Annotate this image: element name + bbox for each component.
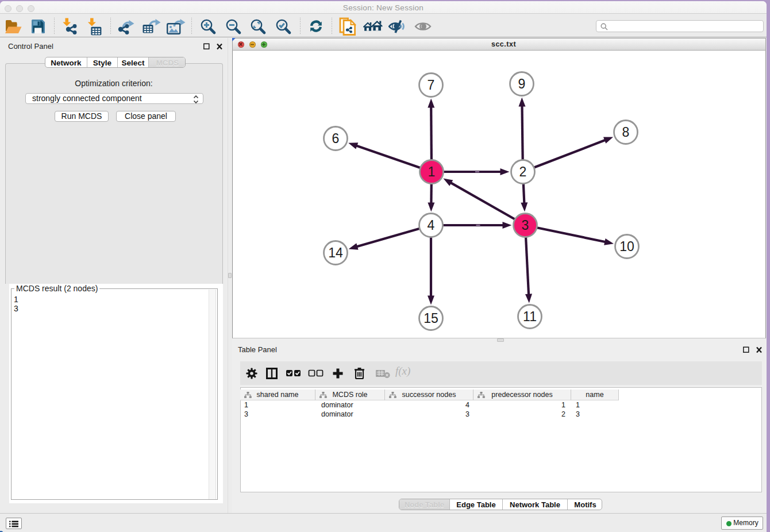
svg-text:14: 14 xyxy=(328,245,343,260)
svg-text:15: 15 xyxy=(424,311,438,326)
svg-text:7: 7 xyxy=(428,78,435,92)
svg-text:1: 1 xyxy=(428,164,436,179)
svg-text:8: 8 xyxy=(622,125,630,140)
svg-text:4: 4 xyxy=(428,218,435,233)
svg-text:3: 3 xyxy=(522,218,529,233)
svg-text:11: 11 xyxy=(523,309,537,324)
svg-text:2: 2 xyxy=(519,164,527,179)
svg-text:10: 10 xyxy=(619,239,634,254)
svg-text:6: 6 xyxy=(332,131,340,146)
svg-text:9: 9 xyxy=(518,76,526,91)
